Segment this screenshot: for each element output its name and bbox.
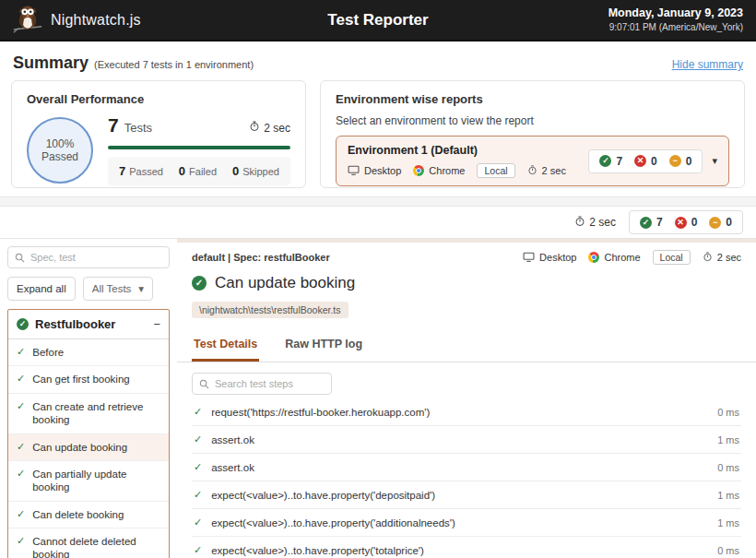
sidebar-test-item[interactable]: ✓ Can update booking xyxy=(8,434,169,461)
hide-summary-link[interactable]: Hide summary xyxy=(672,58,743,71)
section-divider xyxy=(0,196,756,207)
test-step-row[interactable]: ✓ assert.ok 1 ms xyxy=(192,426,741,454)
overall-performance-card: Overall Performance 100% Passed 7 Tests xyxy=(11,80,306,188)
step-label: expect(<value>)..to.have.property('total… xyxy=(211,545,708,556)
check-icon: ✓ xyxy=(194,461,202,473)
spec-search-input[interactable] xyxy=(7,246,170,268)
tests-sidebar: Expand all All Tests ▾ ✓ Restfulbooker −… xyxy=(0,239,177,558)
skipped-count: − 0 xyxy=(709,216,732,229)
sidebar-item-label: Can create and retrieve booking xyxy=(32,400,160,427)
env-expand-caret-icon[interactable]: ▾ xyxy=(712,155,717,167)
stopwatch-icon xyxy=(574,216,585,230)
local-mode-badge: Local xyxy=(477,163,514,178)
sidebar-item-label: Cannot delete deleted booking xyxy=(32,535,160,558)
device-badge: Desktop xyxy=(523,252,576,264)
passed-count: ✓ 7 xyxy=(640,216,663,229)
passed-count: ✓ 7 xyxy=(599,155,622,168)
sidebar-item-label: Can update booking xyxy=(32,441,127,454)
pass-percentage-donut: 100% Passed xyxy=(27,117,93,184)
pass-percent-label: Passed xyxy=(41,150,78,163)
test-duration-badge: 2 sec xyxy=(703,252,741,264)
step-duration: 0 ms xyxy=(717,407,739,418)
env-result-counts: ✓ 7 ✕ 0 − 0 xyxy=(588,149,703,173)
sidebar-test-item[interactable]: ✓ Can delete booking xyxy=(8,502,169,528)
desktop-icon xyxy=(523,252,535,264)
run-result-counts: ✓ 7 ✕ 0 − 0 xyxy=(629,210,743,234)
check-icon: ✓ xyxy=(17,441,25,454)
check-icon: ✓ xyxy=(17,508,25,521)
test-step-row[interactable]: ✓ expect(<value>)..to.have.property('add… xyxy=(192,509,741,537)
chevron-down-icon: ▾ xyxy=(138,282,144,295)
step-label: expect(<value>)..to.have.property('depos… xyxy=(211,490,708,501)
failed-count: ✕ 0 xyxy=(675,216,698,229)
check-icon: ✓ xyxy=(17,535,25,548)
pass-icon: ✓ xyxy=(17,318,29,330)
local-mode-badge: Local xyxy=(653,250,691,265)
check-icon: ✓ xyxy=(17,400,25,413)
app-header: Nightwatch.js Test Reporter Monday, Janu… xyxy=(0,0,756,42)
sidebar-test-item[interactable]: ✓ Can get first booking xyxy=(8,366,169,393)
check-icon: ✓ xyxy=(194,489,202,501)
test-detail-panel: default | Spec: restfulBooker Desktop Ch… xyxy=(177,239,756,558)
brand-name: Nightwatch.js xyxy=(51,12,141,29)
report-date: Monday, January 9, 2023 xyxy=(608,6,743,21)
pass-percent: 100% xyxy=(46,137,75,150)
environment-name: Environment 1 (Default) xyxy=(348,144,588,157)
environment-reports-card: Environment wise reports Select an envir… xyxy=(320,80,745,188)
skip-icon: − xyxy=(669,155,681,167)
breadcrumb: default | Spec: restfulBooker xyxy=(192,252,330,263)
test-file-path: \nightwatch\tests\restfulBooker.ts xyxy=(192,302,348,318)
stat-item: 7Passed xyxy=(119,164,163,178)
stat-item: 0Skipped xyxy=(232,164,279,178)
tab-test-details[interactable]: Test Details xyxy=(192,327,259,362)
step-label: assert.ok xyxy=(211,462,708,473)
overall-performance-title: Overall Performance xyxy=(27,92,290,106)
step-duration: 1 ms xyxy=(717,434,739,445)
expand-all-button[interactable]: Expand all xyxy=(7,277,76,301)
sidebar-item-label: Can delete booking xyxy=(32,508,124,521)
search-icon xyxy=(15,253,25,263)
check-icon: ✓ xyxy=(17,346,25,359)
step-label: assert.ok xyxy=(211,434,708,445)
fail-icon: ✕ xyxy=(675,217,687,229)
sidebar-item-label: Can get first booking xyxy=(32,373,129,386)
summary-heading-row: Summary (Executed 7 tests in 1 environme… xyxy=(0,42,756,80)
brand[interactable]: Nightwatch.js xyxy=(13,4,141,37)
chrome-icon xyxy=(588,252,599,263)
stat-item: 0Failed xyxy=(179,164,217,178)
sidebar-test-item[interactable]: ✓ Before xyxy=(8,339,169,366)
test-step-row[interactable]: ✓ request('https://restful-booker.heroku… xyxy=(192,398,741,426)
spec-group-name: Restfulbooker xyxy=(35,317,147,331)
tests-filter-dropdown[interactable]: All Tests ▾ xyxy=(83,277,153,301)
skip-icon: − xyxy=(709,217,721,229)
step-duration: 0 ms xyxy=(717,545,739,556)
check-icon: ✓ xyxy=(17,468,25,481)
check-icon: ✓ xyxy=(194,516,202,528)
summary-title: Summary xyxy=(13,53,89,73)
run-duration: 2 sec xyxy=(574,216,616,230)
test-steps-list: ✓ request('https://restful-booker.heroku… xyxy=(177,398,756,558)
sidebar-test-list: ✓ Before ✓ Can get first booking ✓ Can c… xyxy=(8,339,169,558)
failed-count: ✕ 0 xyxy=(634,155,657,168)
test-step-row[interactable]: ✓ expect(<value>)..to.have.property('dep… xyxy=(192,481,741,509)
browser-badge: Chrome xyxy=(588,252,640,263)
spec-group-header[interactable]: ✓ Restfulbooker − xyxy=(8,310,169,339)
environment-row[interactable]: Environment 1 (Default) Desktop Chrome xyxy=(336,136,729,186)
tab-raw-http-log[interactable]: Raw HTTP log xyxy=(283,327,364,362)
check-icon: ✓ xyxy=(17,373,25,386)
test-step-row[interactable]: ✓ expect(<value>)..to.have.property('tot… xyxy=(192,537,741,558)
pass-icon: ✓ xyxy=(599,155,611,167)
pass-progress-bar xyxy=(108,146,290,149)
steps-search-input[interactable] xyxy=(192,373,332,395)
sidebar-test-item[interactable]: ✓ Cannot delete deleted booking xyxy=(8,528,169,558)
pass-icon: ✓ xyxy=(640,217,652,229)
browser-badge: Chrome xyxy=(413,165,465,176)
sidebar-test-item[interactable]: ✓ Can partially update booking xyxy=(8,461,169,502)
desktop-icon xyxy=(348,165,360,177)
sidebar-test-item[interactable]: ✓ Can create and retrieve booking xyxy=(8,394,169,434)
collapse-icon[interactable]: − xyxy=(153,317,160,331)
search-icon xyxy=(199,379,209,389)
check-icon: ✓ xyxy=(194,433,202,445)
test-step-row[interactable]: ✓ assert.ok 0 ms xyxy=(192,454,741,481)
overall-stats-box: 7Passed 0Failed 0Skipped xyxy=(108,157,290,185)
